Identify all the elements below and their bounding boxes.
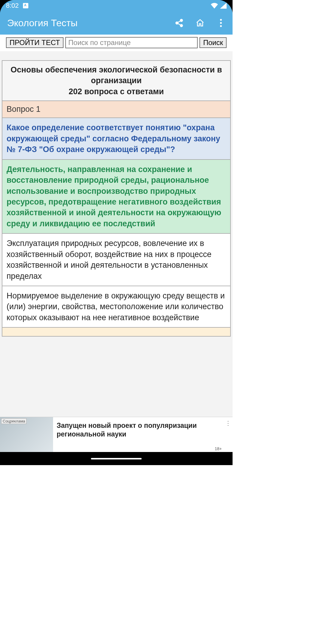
status-bar: 8:02 <box>0 0 233 11</box>
ad-text: Запущен новый проект о популяри­зации ре… <box>53 417 224 452</box>
answer-option[interactable]: Нормируемое выделение в окружающую среду… <box>2 286 230 328</box>
status-time: 8:02 <box>6 2 19 10</box>
wifi-icon <box>210 3 218 9</box>
app-bar: Экология Тесты <box>0 11 233 35</box>
heading-line: 202 вопроса с ответами <box>7 86 226 97</box>
svg-point-5 <box>220 19 222 21</box>
svg-point-2 <box>180 24 183 27</box>
toolbar: ПРОЙТИ ТЕСТ Поиск <box>0 35 233 51</box>
svg-point-6 <box>220 22 222 24</box>
ad-image: Соцреклама <box>0 417 53 452</box>
answer-option-correct[interactable]: Деятельность, направленная на сохранение… <box>2 160 230 234</box>
question-number: Вопрос 1 <box>2 101 230 118</box>
more-icon[interactable] <box>216 18 225 27</box>
svg-line-4 <box>178 24 181 25</box>
quiz-card: Основы обеспечения экологической безопас… <box>2 60 231 337</box>
share-icon[interactable] <box>175 18 184 27</box>
svg-point-0 <box>180 19 183 22</box>
take-test-button[interactable]: ПРОЙТИ ТЕСТ <box>6 37 64 48</box>
question-text: Какое определение соответствует понятию … <box>2 118 230 160</box>
signal-icon <box>220 3 227 9</box>
ad-age-rating: 18+ <box>215 446 222 452</box>
next-question-peek <box>2 328 230 336</box>
svg-point-1 <box>176 22 178 24</box>
search-button[interactable]: Поиск <box>199 37 227 48</box>
home-icon[interactable] <box>196 18 205 27</box>
app-title: Экология Тесты <box>7 18 175 29</box>
ad-tag: Соцреклама <box>1 418 27 424</box>
content-scroll[interactable]: Основы обеспечения экологической безопас… <box>0 51 233 452</box>
answer-option[interactable]: Эксплуатация природных ресурсов, вовлече… <box>2 234 230 286</box>
ad-banner[interactable]: Соцреклама Запущен новый проект о популя… <box>0 417 233 452</box>
keyboard-icon <box>23 3 28 8</box>
nav-handle[interactable] <box>91 458 142 459</box>
svg-line-3 <box>178 21 181 22</box>
system-nav-bar <box>0 452 233 465</box>
search-input[interactable] <box>65 37 198 48</box>
ad-more-icon[interactable]: ⋮ <box>224 417 233 452</box>
svg-point-7 <box>220 25 222 27</box>
heading-line: Основы обеспечения экологической безопас… <box>7 64 226 86</box>
quiz-heading: Основы обеспечения экологической безопас… <box>2 61 230 101</box>
